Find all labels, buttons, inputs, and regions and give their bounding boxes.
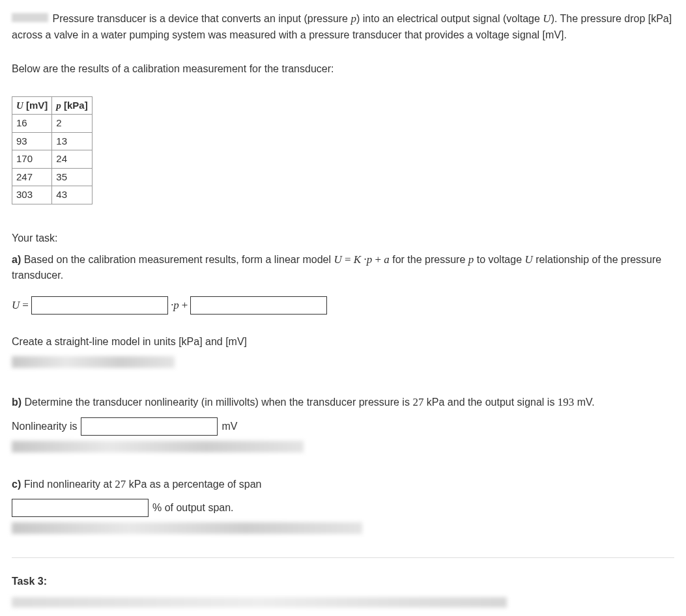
table-row: 17024 bbox=[12, 150, 93, 169]
equation-input-line: U = ·p + bbox=[12, 296, 674, 315]
intro-paragraph: Pressure transducer is a device that con… bbox=[12, 10, 674, 43]
redacted-hint-a bbox=[12, 356, 175, 368]
part-a-prompt: a) Based on the calibration measurement … bbox=[12, 251, 674, 284]
part-a: a) Based on the calibration measurement … bbox=[12, 251, 674, 369]
table-row: 30343 bbox=[12, 186, 93, 204]
section-divider bbox=[12, 557, 674, 558]
percent-input-line: % of output span. bbox=[12, 499, 674, 517]
calibration-table: U [mV] p [kPa] 162 9313 17024 24735 3034… bbox=[12, 96, 93, 204]
task-3-heading: Task 3: bbox=[12, 574, 674, 589]
redacted-task-3 bbox=[12, 597, 507, 608]
redacted-prefix bbox=[12, 13, 48, 22]
eq-dot-p: ·p bbox=[171, 297, 179, 314]
eq-plus: + bbox=[182, 297, 188, 314]
table-row: 24735 bbox=[12, 168, 93, 186]
var-u: U bbox=[543, 12, 550, 25]
var-p: p bbox=[350, 12, 356, 25]
percent-span-input[interactable] bbox=[12, 499, 149, 517]
nonlinearity-label: Nonlinearity is bbox=[12, 419, 77, 434]
part-a-instruction: Create a straight-line model in units [k… bbox=[12, 334, 674, 350]
part-a-label: a) bbox=[12, 254, 21, 265]
intro-text-1: Pressure transducer is a device that con… bbox=[52, 13, 350, 24]
eq-equals: = bbox=[22, 297, 29, 314]
nonlinearity-input[interactable] bbox=[81, 417, 218, 436]
redacted-hint-b bbox=[12, 441, 304, 453]
calibration-intro: Below are the results of a calibration m… bbox=[12, 61, 674, 77]
part-c-prompt: c) Find nonlinearity at 27 kPa as a perc… bbox=[12, 476, 674, 493]
your-task-label: Your task: bbox=[12, 231, 674, 246]
part-b-prompt: b) Determine the transducer nonlinearity… bbox=[12, 394, 674, 411]
col-header-u: U [mV] bbox=[12, 96, 52, 115]
slope-input[interactable] bbox=[31, 296, 168, 315]
table-row: 9313 bbox=[12, 132, 93, 150]
part-c: c) Find nonlinearity at 27 kPa as a perc… bbox=[12, 476, 674, 535]
redacted-hint-c bbox=[12, 522, 362, 534]
col-header-p: p [kPa] bbox=[52, 96, 92, 115]
eq-u: U bbox=[12, 297, 20, 314]
intro-text-2: ) into an electrical output signal (volt… bbox=[356, 13, 543, 24]
nonlinearity-input-line: Nonlinearity is mV bbox=[12, 417, 674, 436]
intercept-input[interactable] bbox=[190, 296, 327, 315]
table-row: 162 bbox=[12, 115, 93, 133]
unit-mv: mV bbox=[222, 419, 237, 434]
unit-percent-span: % of output span. bbox=[152, 500, 234, 516]
part-b: b) Determine the transducer nonlinearity… bbox=[12, 394, 674, 453]
part-c-label: c) bbox=[12, 479, 21, 490]
part-b-label: b) bbox=[12, 397, 21, 408]
